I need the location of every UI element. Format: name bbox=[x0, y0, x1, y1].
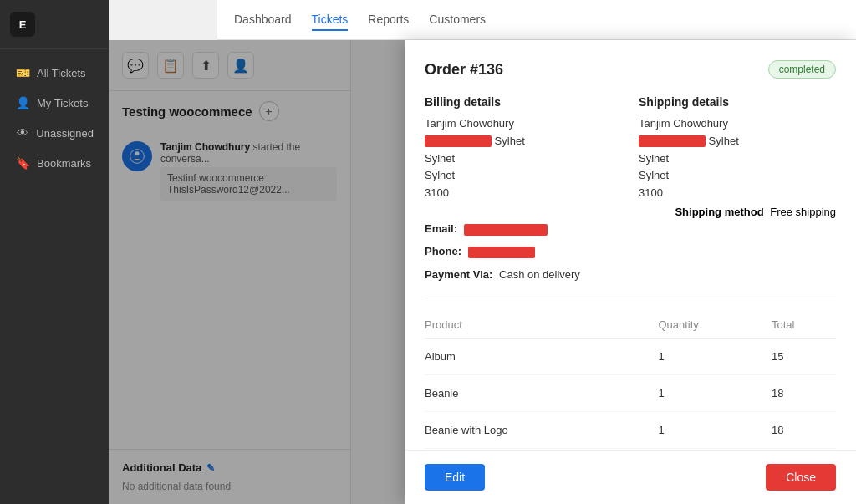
sidebar-item-label: My Tickets bbox=[37, 97, 88, 109]
quantity-cell: 1 bbox=[658, 412, 772, 449]
modal-body: Order #136 completed Billing details Tan… bbox=[405, 40, 856, 450]
table-row: Beanie with Logo 1 18 bbox=[425, 412, 836, 449]
sidebar-item-label: All Tickets bbox=[37, 67, 86, 79]
sidebar-nav: 🎫 All Tickets 👤 My Tickets 👁 Unassigned … bbox=[0, 49, 109, 186]
sidebar-item-all-tickets[interactable]: 🎫 All Tickets bbox=[3, 59, 105, 87]
payment-value: Cash on delivery bbox=[499, 268, 580, 281]
email-redacted bbox=[464, 224, 548, 236]
shipping-method-row: Shipping method Free shipping bbox=[675, 206, 836, 218]
col-total: Total bbox=[772, 312, 836, 339]
order-table-section: Product Quantity Total Album 1 15 Beanie… bbox=[425, 312, 836, 449]
nav-dashboard[interactable]: Dashboard bbox=[234, 9, 292, 31]
billing-postcode: 3100 bbox=[425, 185, 622, 202]
shipping-name: Tanjim Chowdhury bbox=[639, 115, 836, 133]
divider bbox=[425, 298, 836, 298]
sidebar-item-label: Unassigned bbox=[36, 127, 94, 140]
shipping-address-redacted bbox=[639, 135, 706, 147]
billing-city: Sylhet bbox=[425, 150, 622, 168]
order-title: Order #136 bbox=[425, 61, 503, 79]
quantity-cell: 1 bbox=[658, 375, 772, 412]
order-modal: Order #136 completed Billing details Tan… bbox=[405, 40, 856, 504]
nav-customers[interactable]: Customers bbox=[429, 9, 486, 31]
ticket-area: 💬 📋 ⬆ 👤 Testing woocommece + bbox=[109, 40, 856, 504]
app-logo: E bbox=[10, 12, 35, 37]
sidebar-item-unassigned[interactable]: 👁 Unassigned bbox=[3, 119, 105, 147]
total-cell: 15 bbox=[772, 339, 836, 375]
billing-address-redacted bbox=[425, 135, 492, 147]
edit-button[interactable]: Edit bbox=[425, 464, 485, 491]
contact-details: Email: Phone: Payment Via: Cash on deliv… bbox=[425, 219, 836, 284]
shipping-method-label: Shipping method bbox=[675, 206, 763, 218]
quantity-cell: 1 bbox=[658, 339, 772, 375]
phone-redacted bbox=[468, 247, 535, 258]
table-row: Album 1 15 bbox=[425, 339, 836, 375]
sidebar: E 🎫 All Tickets 👤 My Tickets 👁 Unassigne… bbox=[0, 0, 109, 504]
order-table: Product Quantity Total Album 1 15 Beanie… bbox=[425, 312, 836, 449]
email-row: Email: bbox=[425, 219, 836, 238]
close-button[interactable]: Close bbox=[766, 464, 836, 491]
status-badge: completed bbox=[768, 60, 836, 79]
modal-footer: Edit Close bbox=[405, 450, 856, 504]
top-nav: Dashboard Tickets Reports Customers bbox=[217, 0, 856, 40]
shipping-address1: Sylhet bbox=[639, 133, 836, 150]
col-quantity: Quantity bbox=[658, 312, 772, 339]
billing-name: Tanjim Chowdhury bbox=[425, 115, 622, 133]
sidebar-item-bookmarks[interactable]: 🔖 Bookmarks bbox=[3, 149, 105, 177]
shipping-method-value: Free shipping bbox=[770, 206, 836, 218]
shipping-state: Sylhet bbox=[639, 167, 836, 185]
billing-section: Billing details Tanjim Chowdhury Sylhet … bbox=[425, 95, 622, 202]
product-cell: Beanie bbox=[425, 375, 658, 412]
modal-overlay: Order #136 completed Billing details Tan… bbox=[109, 40, 856, 504]
user-icon: 👤 bbox=[15, 96, 30, 109]
shipping-title: Shipping details bbox=[639, 95, 836, 109]
sidebar-item-label: Bookmarks bbox=[37, 157, 91, 170]
billing-title: Billing details bbox=[425, 95, 622, 109]
shipping-city: Sylhet bbox=[639, 150, 836, 168]
modal-top-row: Order #136 completed bbox=[425, 60, 836, 79]
payment-row: Payment Via: Cash on delivery bbox=[425, 265, 836, 284]
bookmark-icon: 🔖 bbox=[15, 156, 30, 170]
payment-via-label: Payment Via: bbox=[425, 268, 492, 281]
sidebar-item-my-tickets[interactable]: 👤 My Tickets bbox=[3, 89, 105, 117]
main-content: 💬 📋 ⬆ 👤 Testing woocommece + bbox=[109, 40, 856, 504]
nav-reports[interactable]: Reports bbox=[368, 9, 409, 31]
shipping-postcode: 3100 bbox=[639, 185, 836, 202]
col-product: Product bbox=[425, 312, 658, 339]
billing-address1: Sylhet bbox=[425, 133, 622, 150]
product-cell: Album bbox=[425, 339, 658, 375]
eye-icon: 👁 bbox=[15, 126, 29, 140]
phone-label: Phone: bbox=[425, 245, 461, 257]
table-row: Beanie 1 18 bbox=[425, 375, 836, 412]
email-label: Email: bbox=[425, 222, 457, 235]
billing-shipping-grid: Billing details Tanjim Chowdhury Sylhet … bbox=[425, 95, 836, 202]
sidebar-header: E bbox=[0, 0, 109, 49]
billing-state: Sylhet bbox=[425, 167, 622, 185]
shipping-section: Shipping details Tanjim Chowdhury Sylhet… bbox=[639, 95, 836, 202]
total-cell: 18 bbox=[772, 412, 836, 449]
total-cell: 18 bbox=[772, 375, 836, 412]
nav-tickets[interactable]: Tickets bbox=[312, 9, 349, 31]
phone-row: Phone: bbox=[425, 242, 836, 261]
tickets-icon: 🎫 bbox=[15, 66, 30, 79]
product-cell: Beanie with Logo bbox=[425, 412, 658, 449]
